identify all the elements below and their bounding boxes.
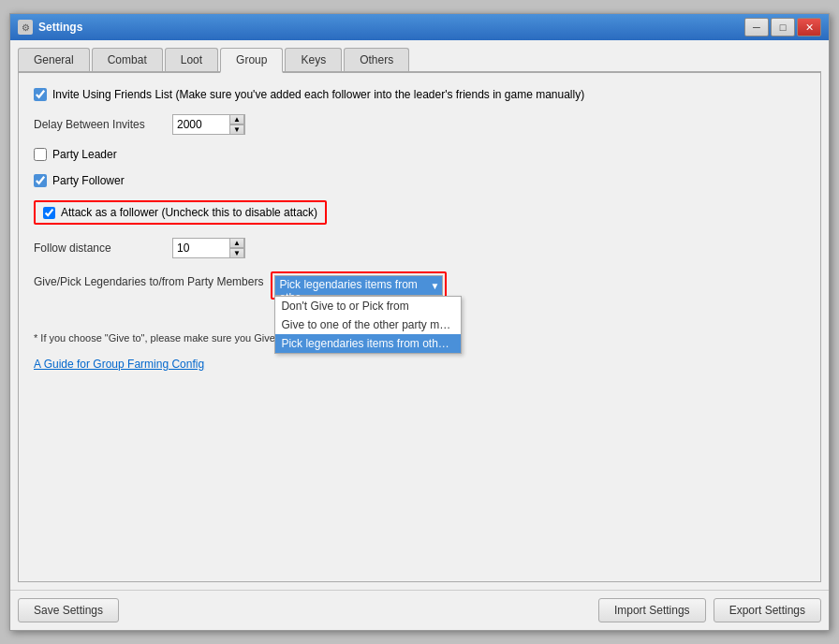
attack-follower-label: Attack as a follower (Uncheck this to di… (61, 206, 317, 219)
footer: Save Settings Import Settings Export Set… (10, 590, 829, 630)
follow-distance-spinbox-buttons: ▲ ▼ (229, 238, 244, 258)
option-dont-give[interactable]: Don't Give to or Pick from (275, 297, 461, 315)
follow-distance-spin-up[interactable]: ▲ (229, 238, 244, 248)
legendaries-select[interactable]: Pick legendaries items from othe (274, 275, 443, 296)
option-give-to[interactable]: Give to one of the other party membe (275, 315, 461, 334)
tab-keys[interactable]: Keys (285, 48, 342, 71)
delay-input[interactable] (173, 115, 229, 134)
settings-window: ⚙ Settings ─ □ ✕ General Combat Loot Gro… (9, 13, 830, 631)
tab-content-group: Invite Using Friends List (Make sure you… (18, 73, 821, 582)
title-controls: ─ □ ✕ (744, 18, 821, 37)
delay-spin-down[interactable]: ▼ (229, 124, 244, 135)
follow-distance-row: Follow distance ▲ ▼ (34, 238, 805, 258)
title-bar: ⚙ Settings ─ □ ✕ (10, 14, 829, 40)
window-content: General Combat Loot Group Keys Others In… (10, 40, 829, 590)
window-icon: ⚙ (18, 20, 33, 35)
minimize-button[interactable]: ─ (744, 18, 769, 37)
import-button[interactable]: Import Settings (598, 598, 706, 622)
party-follower-checkbox[interactable] (34, 174, 47, 187)
dropdown-popup: Don't Give to or Pick from Give to one o… (274, 296, 462, 354)
follow-distance-label: Follow distance (34, 242, 165, 255)
invite-friends-label: Invite Using Friends List (Make sure you… (52, 88, 584, 101)
tab-general[interactable]: General (18, 48, 90, 71)
select-row: Pick legendaries items from othe ▼ (274, 275, 443, 296)
tab-group[interactable]: Group (220, 48, 283, 73)
group-farming-link[interactable]: A Guide for Group Farming Config (34, 358, 204, 371)
delay-spinbox-buttons: ▲ ▼ (229, 114, 244, 135)
attack-follower-row: Attack as a follower (Uncheck this to di… (34, 200, 805, 225)
delay-spinbox: ▲ ▼ (172, 114, 245, 135)
delay-label: Delay Between Invites (34, 118, 165, 131)
tab-bar: General Combat Loot Group Keys Others (18, 48, 821, 73)
tab-loot[interactable]: Loot (165, 48, 218, 71)
delay-spin-up[interactable]: ▲ (229, 114, 244, 124)
window-title: Settings (38, 21, 744, 34)
footer-right: Import Settings Export Settings (598, 598, 821, 622)
link-row: A Guide for Group Farming Config (34, 358, 805, 371)
invite-friends-row: Invite Using Friends List (Make sure you… (34, 88, 805, 101)
attack-follower-checkbox[interactable] (43, 207, 55, 219)
close-button[interactable]: ✕ (797, 18, 821, 37)
attack-follower-box: Attack as a follower (Uncheck this to di… (34, 200, 327, 225)
give-pick-label: Give/Pick Legendaries to/from Party Memb… (34, 271, 263, 288)
follow-distance-spinbox: ▲ ▼ (172, 238, 245, 258)
tab-combat[interactable]: Combat (92, 48, 163, 71)
party-leader-checkbox[interactable] (34, 148, 47, 161)
party-leader-label: Party Leader (52, 148, 117, 161)
party-leader-row: Party Leader (34, 148, 805, 161)
dropdown-container: Pick legendaries items from othe ▼ Don't… (274, 275, 443, 296)
invite-friends-checkbox[interactable] (34, 88, 47, 101)
delay-row: Delay Between Invites ▲ ▼ (34, 114, 805, 135)
save-button[interactable]: Save Settings (18, 598, 119, 622)
follow-distance-spin-down[interactable]: ▼ (229, 248, 244, 258)
party-follower-row: Party Follower (34, 174, 805, 187)
dropdown-wrapper: Pick legendaries items from othe ▼ Don't… (271, 271, 447, 300)
tab-others[interactable]: Others (344, 48, 409, 71)
maximize-button[interactable]: □ (771, 18, 795, 37)
give-pick-row: Give/Pick Legendaries to/from Party Memb… (34, 271, 805, 300)
party-follower-label: Party Follower (52, 174, 125, 187)
export-button[interactable]: Export Settings (714, 598, 821, 622)
option-pick-from[interactable]: Pick legendaries items from other par (275, 334, 461, 353)
follow-distance-input[interactable] (173, 239, 229, 257)
